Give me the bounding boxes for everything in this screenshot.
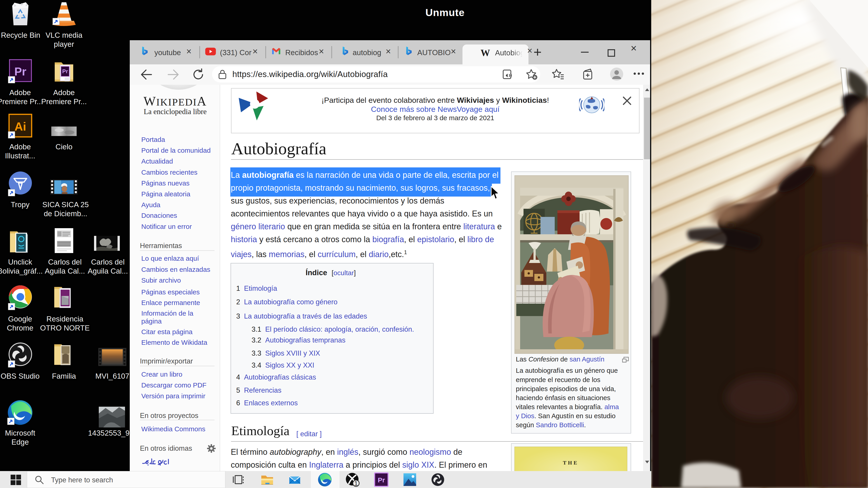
svg-text:Pr: Pr: [378, 476, 385, 484]
svg-text:1: 1: [354, 480, 358, 487]
svg-text:Pr: Pr: [62, 68, 68, 74]
svg-text:Ai: Ai: [14, 120, 26, 133]
svg-text:Pr: Pr: [14, 65, 26, 78]
